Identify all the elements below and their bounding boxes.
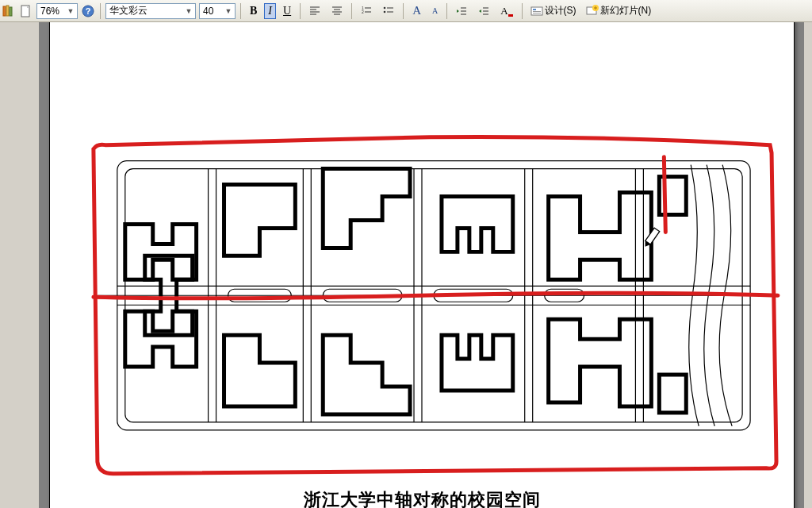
workspace: 浙江大学中轴对称的校园空间 [0,22,812,508]
svg-text:?: ? [86,6,91,16]
right-gutter [804,22,812,508]
font-name-combo[interactable]: ▼ [105,3,196,19]
separator [300,3,301,19]
align-left-button[interactable] [305,3,324,19]
zoom-input[interactable] [39,5,66,17]
svg-rect-1 [6,6,9,16]
new-doc-icon[interactable] [19,4,33,18]
separator [446,3,447,19]
svg-point-18 [384,6,386,9]
underline-button[interactable]: U [279,3,295,19]
bullet-list-button[interactable] [379,3,398,19]
separator [403,3,404,19]
svg-rect-30 [533,9,536,10]
italic-button[interactable]: I [264,3,276,19]
new-slide-button[interactable]: 新幻灯片(N) [583,4,655,17]
chevron-down-icon[interactable]: ▼ [66,7,75,15]
svg-rect-0 [3,6,6,16]
slide-canvas[interactable]: 浙江大学中轴对称的校园空间 [49,22,795,508]
slide-caption: 浙江大学中轴对称的校园空间 [50,488,794,508]
slide-area[interactable]: 浙江大学中轴对称的校园空间 [40,22,804,508]
font-size-input[interactable] [201,5,224,17]
svg-rect-31 [533,11,541,12]
help-icon[interactable]: ? [81,4,95,18]
design-icon [530,5,543,17]
new-slide-icon [586,5,599,17]
indent-button[interactable] [474,3,493,19]
align-center-button[interactable] [327,3,347,19]
svg-point-20 [384,10,386,13]
campus-plan-drawing [50,22,794,508]
font-size-combo[interactable]: ▼ [199,3,236,19]
font-name-input[interactable] [108,5,184,17]
chevron-down-icon[interactable]: ▼ [224,7,233,15]
separator [522,3,523,19]
font-color-button[interactable]: A [496,3,516,19]
svg-rect-2 [10,7,12,16]
font-grow-button[interactable]: A [408,3,425,19]
new-slide-label: 新幻灯片(N) [600,4,652,17]
design-button[interactable]: 设计(S) [527,4,580,17]
chevron-down-icon[interactable]: ▼ [184,7,193,15]
formatting-toolbar: ▼ ? ▼ ▼ B I U 12 A A A [0,0,812,22]
svg-rect-55 [659,375,686,413]
svg-text:2: 2 [362,10,364,14]
library-icon[interactable] [2,4,16,18]
numbered-list-button[interactable]: 12 [357,3,376,19]
separator [100,3,101,19]
separator [240,3,241,19]
bold-button[interactable]: B [246,3,261,19]
separator [351,3,352,19]
svg-rect-28 [508,14,513,17]
font-shrink-button[interactable]: A [428,3,442,19]
svg-rect-32 [533,13,541,13]
zoom-combo[interactable]: ▼ [36,3,78,19]
outline-pane[interactable] [0,22,40,508]
design-label: 设计(S) [545,4,576,17]
outdent-button[interactable] [452,3,471,19]
